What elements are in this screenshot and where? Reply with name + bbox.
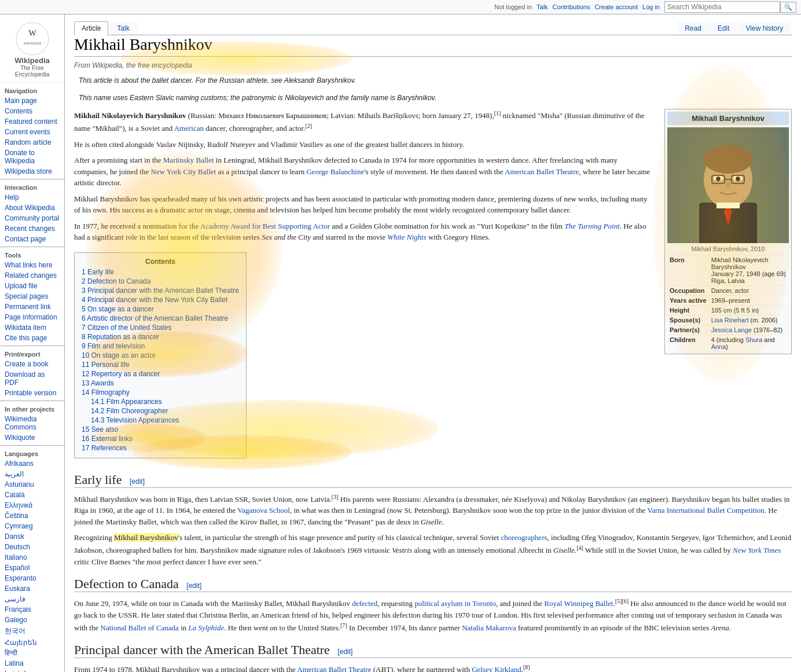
abt-edit-link[interactable]: [edit]: [337, 648, 352, 656]
toc-item-13[interactable]: 13 Awards: [82, 379, 239, 387]
tab-article[interactable]: Article: [74, 21, 108, 35]
abt-link[interactable]: American Ballet Theatre: [505, 167, 579, 176]
defection-edit-link[interactable]: [edit]: [186, 582, 201, 590]
sidebar-item-esperanto[interactable]: Esperanto: [0, 573, 64, 583]
toc-item-8[interactable]: 8 Reputation as a dancer: [82, 333, 239, 341]
abt-detail-link[interactable]: American Ballet Theatre: [297, 666, 371, 672]
toc-item-17[interactable]: 17 References: [82, 444, 239, 452]
sidebar-item-galego[interactable]: Galego: [0, 615, 64, 625]
toc-item-1[interactable]: 1 Early life: [82, 268, 239, 276]
toc-item-14-1[interactable]: 14.1 Film Appearances: [82, 398, 239, 406]
jessica-lange-link[interactable]: Jessica Lange: [711, 326, 752, 333]
la-sylphide-link[interactable]: La Sylphide: [189, 623, 225, 632]
sidebar-item-help[interactable]: Help: [0, 192, 64, 203]
balanchine-link[interactable]: George Balanchine: [306, 167, 364, 176]
toc-item-5[interactable]: 5 On stage as a dancer: [82, 305, 239, 313]
talk-link[interactable]: Talk: [537, 3, 548, 10]
sidebar-item-catala[interactable]: Català: [0, 490, 64, 500]
toc-item-6[interactable]: 6 Artistic director of the American Ball…: [82, 314, 239, 322]
sidebar-item-recent[interactable]: Recent changes: [0, 223, 64, 234]
sidebar-item-current-events[interactable]: Current events: [0, 127, 64, 137]
sidebar-item-about[interactable]: About Wikipedia: [0, 203, 64, 213]
sidebar-item-permanent[interactable]: Permanent link: [0, 302, 64, 312]
vaganova-link[interactable]: Vaganova School: [237, 506, 290, 515]
tab-talk[interactable]: Talk: [109, 21, 137, 35]
search-input[interactable]: [664, 1, 780, 13]
sidebar-item-euskara[interactable]: Euskara: [0, 583, 64, 594]
toc-item-14-2[interactable]: 14.2 Film Choreographer: [82, 407, 239, 415]
national-ballet-link[interactable]: National Ballet of Canada: [101, 623, 179, 632]
tab-view-history[interactable]: View history: [738, 21, 791, 35]
sidebar-item-featured[interactable]: Featured content: [0, 116, 64, 127]
sidebar-item-francais[interactable]: Français: [0, 604, 64, 615]
sidebar-item-afrikaans[interactable]: Afrikaans: [0, 458, 64, 469]
lisa-rinehart-link[interactable]: Lisa Rinehart: [711, 317, 749, 324]
white-nights-link[interactable]: White Nights: [387, 233, 427, 241]
sidebar-item-dansk[interactable]: Dansk: [0, 531, 64, 542]
sidebar-item-farsi[interactable]: فارسی: [0, 594, 64, 604]
academy-award-link[interactable]: Academy Award for Best Supporting Actor: [200, 222, 330, 230]
toc-item-2[interactable]: 2 Defection to Canada: [82, 277, 239, 285]
search-button[interactable]: 🔍: [780, 2, 796, 13]
login-link[interactable]: Log in: [642, 3, 660, 10]
toc-item-3[interactable]: 3 Principal dancer with the American Bal…: [82, 287, 239, 295]
toc-item-7[interactable]: 7 Citizen of the United States: [82, 324, 239, 332]
toc-item-11[interactable]: 11 Personal life: [82, 361, 239, 369]
toc-item-14-3[interactable]: 14.3 Television Appearances: [82, 416, 239, 424]
sidebar-item-community[interactable]: Community portal: [0, 213, 64, 223]
kirkland-link[interactable]: Gelsey Kirkland: [472, 666, 521, 672]
american-link[interactable]: American: [174, 124, 204, 133]
toc-item-16[interactable]: 16 External links: [82, 435, 239, 443]
sidebar-item-wikiquote[interactable]: Wikiquote: [0, 432, 64, 443]
sidebar-item-printable[interactable]: Printable version: [0, 388, 64, 398]
toc-item-9[interactable]: 9 Film and television: [82, 342, 239, 350]
toc-item-14[interactable]: 14 Filmography: [82, 388, 239, 396]
tab-read[interactable]: Read: [677, 21, 709, 35]
sidebar-item-contact[interactable]: Contact page: [0, 234, 64, 244]
sidebar-item-main-page[interactable]: Main page: [0, 96, 64, 106]
nycb-link[interactable]: New York City Ballet: [151, 167, 216, 176]
choreographers-link[interactable]: choreographers: [501, 533, 547, 542]
sidebar-item-armenian[interactable]: Հայերեն: [0, 637, 64, 648]
early-life-edit-link[interactable]: [edit]: [130, 478, 145, 486]
varna-link[interactable]: Varna International Ballet Competition: [647, 506, 765, 515]
makarova-link[interactable]: Natalia Makarova: [462, 623, 516, 632]
sidebar-item-latin[interactable]: Latina: [0, 658, 64, 669]
sidebar-item-espanol[interactable]: Español: [0, 563, 64, 573]
sidebar-item-commons[interactable]: Wikimedia Commons: [0, 414, 64, 432]
mariinsky-link[interactable]: Mariinsky Ballet: [163, 156, 214, 164]
turning-point-link[interactable]: The Turning Point: [564, 222, 619, 230]
sidebar-item-store[interactable]: Wikipedia store: [0, 166, 64, 177]
sidebar-item-contents[interactable]: Contents: [0, 106, 64, 116]
defected-link[interactable]: defected: [352, 600, 377, 608]
toc-item-4[interactable]: 4 Principal dancer with the New York Cit…: [82, 296, 239, 304]
sidebar-item-cymraeg[interactable]: Cymraeg: [0, 521, 64, 531]
create-account-link[interactable]: Create account: [594, 3, 638, 10]
sidebar-item-random[interactable]: Random article: [0, 137, 64, 148]
sidebar-item-latviesu[interactable]: Latviešu: [0, 669, 64, 672]
shura-link[interactable]: Shura: [745, 336, 762, 343]
sidebar-item-deutsch[interactable]: Deutsch: [0, 542, 64, 552]
contributions-link[interactable]: Contributions: [553, 3, 590, 10]
sidebar-item-special[interactable]: Special pages: [0, 291, 64, 302]
sidebar-item-italiano[interactable]: Italiano: [0, 552, 64, 563]
sidebar-item-create-book[interactable]: Create a book: [0, 359, 64, 369]
sidebar-item-upload[interactable]: Upload file: [0, 281, 64, 291]
sidebar-item-arabic[interactable]: العربية: [0, 469, 64, 479]
sidebar-item-ellhnika[interactable]: Ελληνικά: [0, 500, 64, 511]
nyt-link[interactable]: New York Times: [733, 546, 781, 555]
sidebar-item-korean[interactable]: 한국어: [0, 625, 64, 637]
sidebar-item-what-links[interactable]: What links here: [0, 260, 64, 270]
sidebar-item-wikidata[interactable]: Wikidata item: [0, 322, 64, 333]
sidebar-item-cestina[interactable]: Čeština: [0, 511, 64, 521]
sidebar-item-donate[interactable]: Donate to Wikipedia: [0, 148, 64, 166]
anna-link[interactable]: Anna: [711, 343, 726, 350]
sidebar-item-cite[interactable]: Cite this page: [0, 333, 64, 343]
sidebar-item-page-info[interactable]: Page information: [0, 312, 64, 322]
toc-item-15[interactable]: 15 See also: [82, 425, 239, 434]
sidebar-item-hindi[interactable]: हिन्दी: [0, 648, 64, 658]
rwb-link[interactable]: Royal Winnipeg Ballet: [544, 600, 613, 608]
political-asylum-link[interactable]: political asylum in Toronto: [414, 600, 496, 608]
tab-edit[interactable]: Edit: [710, 21, 737, 35]
sidebar-item-download-pdf[interactable]: Download as PDF: [0, 369, 64, 388]
